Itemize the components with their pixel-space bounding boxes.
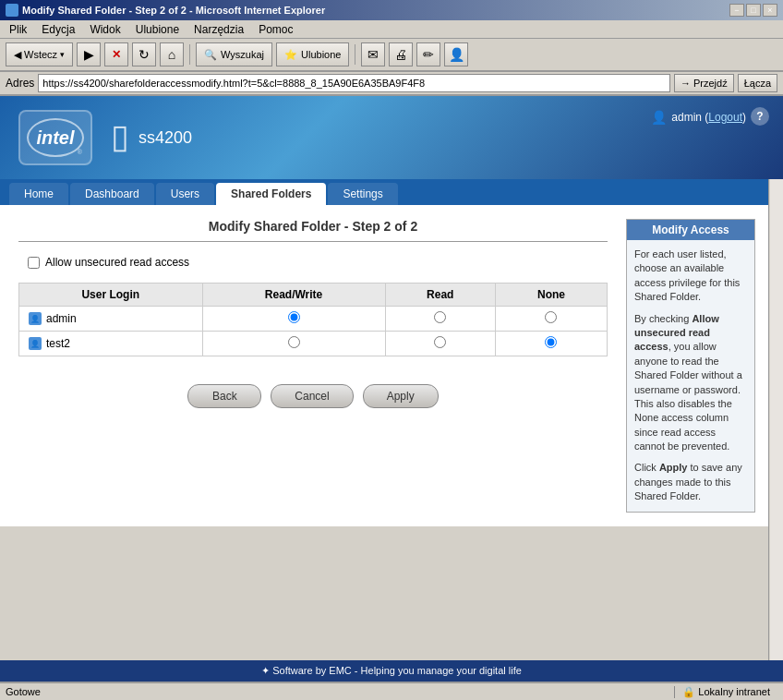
tab-users-label: Users [171, 187, 199, 200]
favorites-btn[interactable]: ⭐ Ulubione [276, 42, 349, 66]
address-label: Adres [6, 77, 34, 90]
menu-edycja[interactable]: Edycja [38, 22, 78, 37]
radio-rw-test2[interactable] [288, 336, 300, 348]
zone-label: Lokalny intranet [698, 686, 770, 697]
status-right: 🔒 Lokalny intranet [674, 686, 777, 698]
close-btn[interactable]: × [763, 4, 777, 17]
maximize-btn[interactable]: □ [746, 4, 761, 17]
address-input[interactable] [38, 74, 670, 92]
refresh-btn[interactable]: ↻ [132, 42, 156, 66]
user-cell-admin: 👤 admin [19, 307, 203, 332]
mail-btn[interactable]: ✉ [361, 42, 385, 66]
radio-read-admin[interactable] [434, 311, 446, 323]
status-bar: Gotowe 🔒 Lokalny intranet [0, 682, 783, 700]
user-avatar-test2: 👤 [29, 337, 42, 350]
tab-shared-folders-label: Shared Folders [231, 187, 311, 200]
title-bar: Modify Shared Folder - Step 2 of 2 - Mic… [0, 0, 783, 20]
allow-unsecured-checkbox[interactable] [28, 257, 40, 269]
back-arrow-icon: ◀ [14, 49, 21, 61]
table-row: 👤 admin [19, 307, 608, 332]
user-icon: 👤 [651, 110, 667, 125]
back-btn[interactable]: ◀ Wstecz ▾ [6, 42, 73, 66]
none-cell-admin [495, 307, 607, 332]
none-cell-test2 [495, 332, 607, 356]
radio-read-test2[interactable] [434, 336, 446, 348]
status-ready: Gotowe [6, 686, 674, 697]
col-header-none: None [495, 284, 607, 307]
user-label: admin (Logout) [671, 111, 746, 124]
allow-unsecured-label[interactable]: Allow unsecured read access [45, 256, 189, 269]
page-content: Modify Shared Folder - Step 2 of 2 Allow… [0, 205, 783, 526]
toolbar: ◀ Wstecz ▾ ▶ ✕ ↻ ⌂ 🔍 Wyszukaj ⭐ Ulubione… [0, 39, 783, 72]
help-panel-title: Modify Access [627, 220, 754, 240]
menu-narzedzia[interactable]: Narzędzia [190, 22, 247, 37]
cancel-button[interactable]: Cancel [271, 384, 353, 408]
radio-rw-admin[interactable] [288, 311, 300, 323]
help-para2-suffix: , you allow anyone to read the Shared Fo… [634, 341, 742, 452]
tab-settings[interactable]: Settings [328, 183, 397, 205]
toolbar-sep-2 [355, 44, 355, 65]
go-arrow-icon: → [681, 78, 691, 89]
device-icon: ▯ [111, 117, 129, 156]
tab-dashboard[interactable]: Dashboard [70, 183, 154, 205]
logout-link[interactable]: Logout [708, 111, 742, 124]
search-label: Wyszukaj [221, 49, 264, 60]
username-admin: admin [46, 312, 77, 325]
footer-text: ✦ Software by EMC - Helping you manage y… [261, 665, 522, 676]
menu-pomoc[interactable]: Pomoc [255, 22, 296, 37]
address-bar: Adres → Przejdź Łącza [0, 72, 783, 96]
col-header-rw: Read/Write [202, 284, 385, 307]
intel-header: intel ® ▯ ss4200 👤 admin (Logout) ? [0, 96, 783, 179]
menu-widok[interactable]: Widok [86, 22, 124, 37]
user-avatar-admin: 👤 [29, 312, 42, 325]
tab-users[interactable]: Users [156, 183, 214, 205]
edit-btn[interactable]: ✏ [416, 42, 440, 66]
content-wrapper: ▲ ▼ intel ® ▯ ss4200 👤 admin (Logout) ? … [0, 96, 783, 700]
go-btn[interactable]: → Przejdź [674, 74, 734, 92]
ie-icon [6, 4, 18, 17]
forward-btn[interactable]: ▶ [77, 42, 101, 66]
tab-settings-label: Settings [343, 187, 382, 200]
menu-plik[interactable]: Plik [6, 22, 30, 37]
help-para3-prefix: Click [634, 462, 659, 473]
search-btn[interactable]: 🔍 Wyszukaj [196, 42, 272, 66]
minimize-btn[interactable]: − [729, 4, 744, 17]
menu-bar: Plik Edycja Widok Ulubione Narzędzia Pom… [0, 20, 783, 39]
rw-cell-admin [202, 307, 385, 332]
checkbox-row: Allow unsecured read access [28, 256, 608, 269]
page-footer: ✦ Software by EMC - Helping you manage y… [0, 660, 783, 682]
col-header-read: Read [385, 284, 495, 307]
col-header-user: User Login [19, 284, 203, 307]
home-btn[interactable]: ⌂ [160, 42, 184, 66]
status-zone: 🔒 Lokalny intranet [674, 686, 777, 698]
radio-none-admin[interactable] [545, 311, 557, 323]
help-para1: For each user listed, choose an availabl… [634, 247, 747, 305]
links-btn[interactable]: Łącza [738, 74, 777, 92]
tab-home[interactable]: Home [9, 183, 68, 205]
radio-none-test2[interactable] [545, 336, 557, 348]
help-panel-body: For each user listed, choose an availabl… [627, 240, 754, 512]
apply-button[interactable]: Apply [363, 384, 439, 408]
read-cell-test2 [385, 332, 495, 356]
main-area: Modify Shared Folder - Step 2 of 2 Allow… [18, 219, 608, 513]
title-divider [18, 241, 608, 242]
read-cell-admin [385, 307, 495, 332]
help-para3: Click Apply to save any changes made to … [634, 461, 747, 503]
scrollbar[interactable]: ▲ ▼ [768, 96, 783, 682]
print-btn[interactable]: 🖨 [389, 42, 413, 66]
page-title: Modify Shared Folder - Step 2 of 2 [18, 219, 608, 234]
favorites-icon: ⭐ [284, 49, 297, 61]
help-para3-bold: Apply [659, 462, 688, 473]
stop-btn[interactable]: ✕ [104, 42, 128, 66]
header-user: 👤 admin (Logout) [651, 110, 746, 125]
nav-tabs: Home Dashboard Users Shared Folders Sett… [0, 179, 783, 205]
help-btn[interactable]: ? [751, 107, 769, 126]
user-cell-test2: 👤 test2 [19, 332, 203, 356]
back-button[interactable]: Back [187, 384, 261, 408]
tab-shared-folders[interactable]: Shared Folders [216, 183, 326, 205]
help-para2: By checking Allow unsecured read access,… [634, 312, 747, 454]
help-para2-prefix: By checking [634, 313, 692, 324]
help-panel: Modify Access For each user listed, choo… [626, 219, 755, 513]
menu-ulubione[interactable]: Ulubione [132, 22, 183, 37]
messenger-btn[interactable]: 👤 [444, 42, 468, 66]
